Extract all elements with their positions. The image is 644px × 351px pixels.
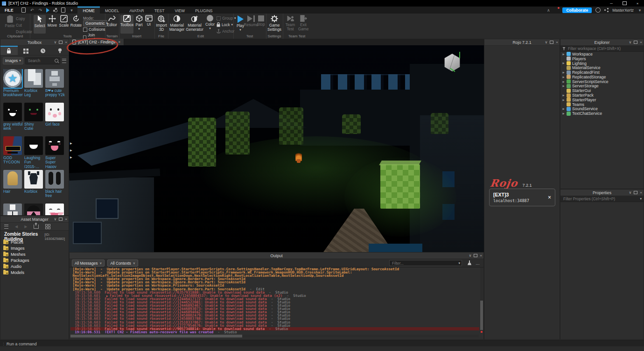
float-panel-icon[interactable] [634,191,637,194]
explorer-item-teams[interactable]: Teams [560,102,644,107]
redo-icon[interactable]: ↷ [38,8,42,13]
korblox-knight-thumbnail[interactable] [24,170,43,189]
clear-output-icon[interactable] [467,260,471,266]
inventory-tab[interactable] [18,46,35,55]
blonde-hair-thumbnail[interactable] [3,170,22,189]
close-window-button[interactable]: × [631,0,644,7]
explorer-item-starterpack[interactable]: ▶StarterPack [560,93,644,98]
scale-tool-button[interactable]: Scale [58,15,70,28]
toolbox-asset[interactable]: Korblox Leg [24,69,44,101]
explorer-item-materialservice[interactable]: MaterialService [560,65,644,70]
material-manager-button[interactable]: Material Manager [169,15,185,32]
white-figure-thumbnail[interactable] [3,204,22,215]
messages-filter-dropdown[interactable]: All Messages∨ [72,260,105,267]
new-file-icon[interactable] [21,7,26,13]
close-panel-icon[interactable]: × [640,190,642,195]
toolbox-search-input[interactable] [27,58,55,63]
rojo-panel-header[interactable]: Rojo 7.2.1 ∨ × [484,39,560,46]
output-log[interactable]: [Rojo-Warn] - Update properties on Start… [70,267,479,333]
menu-tab-model[interactable]: MODEL [100,7,124,14]
asset-manager-header[interactable]: Asset Manager ∨ × [0,216,69,223]
ui-button[interactable]: UI [144,15,154,27]
toolbox-asset[interactable]: black hair free [45,170,65,202]
document-tab[interactable]: [EXT] CH2 - Findings × [69,39,124,45]
menu-tab-test[interactable]: TEST [149,7,170,14]
menu-tab-view[interactable]: VIEW [169,7,190,14]
expand-arrow-icon[interactable]: ▶ [562,62,565,64]
nav-forward-icon[interactable]: ▶ [24,225,27,229]
copy-button[interactable]: Copy [16,16,25,21]
toolbox-search-box[interactable] [25,57,60,64]
output-filter-box[interactable]: ▾ [389,260,462,266]
float-panel-icon[interactable] [634,41,637,44]
grid-view-icon[interactable] [45,224,50,229]
god-tycoon-thumbnail[interactable] [3,136,22,155]
more-options-icon[interactable]: … [476,261,480,266]
viewport-3d-scene[interactable]: ▶▶▶ [69,45,484,252]
close-panel-icon[interactable]: × [65,217,67,221]
toolbox-asset[interactable]: GOD TYCOON [3,136,23,168]
team-test-button[interactable]: Team Test [284,15,296,31]
expand-arrow-icon[interactable]: ▶ [562,71,565,74]
explorer-item-serverstorage[interactable]: ▶ServerStorage [560,84,644,89]
recent-tab[interactable] [35,46,52,55]
expand-arrow-icon[interactable]: ▶ [562,80,565,83]
resume-button[interactable]: Resume [245,15,257,27]
chevron-down-icon[interactable]: ∨ [54,40,56,44]
toolbox-asset[interactable]: Korblox [24,170,44,202]
explorer-item-startergui[interactable]: StarterGui [560,88,644,93]
explorer-item-workspace[interactable]: ▶Workspace [560,52,644,56]
collisions-checkbox[interactable]: Collisions [83,27,105,32]
happy-face-thumbnail[interactable] [45,136,64,155]
exit-game-button[interactable]: Exit Game [297,15,309,31]
output-filter-input[interactable] [391,260,458,266]
chevron-down-icon[interactable]: ∨ [54,217,56,221]
shiny-face-thumbnail[interactable] [24,103,43,121]
stop-button[interactable]: Stop [257,15,265,27]
toolbox-asset[interactable] [3,204,23,215]
quick-access-dropdown-icon[interactable]: ▾ [69,8,74,13]
laugh-face-thumbnail[interactable] [24,136,43,155]
expand-arrow-icon[interactable]: ▶ [562,107,565,110]
close-panel-icon[interactable]: × [65,40,67,44]
toolbox-asset[interactable]: B❤● cute preppy Y2k [45,69,65,101]
float-panel-icon[interactable] [59,41,63,44]
float-panel-icon[interactable] [550,41,553,44]
chevron-down-icon[interactable]: ∨ [629,190,631,195]
girl-face-thumbnail[interactable] [45,103,64,121]
expand-arrow-icon[interactable]: ▶ [562,94,565,97]
explorer-item-players[interactable]: Players [560,56,644,61]
happy-face2-thumbnail[interactable] [45,204,64,215]
black-pigtails-thumbnail[interactable] [45,170,64,189]
toolbox-asset[interactable]: Laughing Fun (2015-… [24,136,44,168]
toolbox-asset[interactable] [24,204,44,215]
output-horizontal-scrollbar[interactable] [70,335,479,337]
rotate-tool-button[interactable]: Rotate [70,15,82,28]
collapse-ribbon-icon[interactable]: ∧ [546,8,551,13]
username-label[interactable]: MasterXertz [612,8,634,13]
chevron-down-icon[interactable]: ∨ [545,40,547,44]
creations-tab[interactable] [52,46,69,55]
open-place-icon[interactable] [61,7,65,13]
grey-avatar-thumbnail[interactable] [45,69,64,88]
expand-arrow-icon[interactable]: ▶ [562,76,565,78]
wink-face-thumbnail[interactable] [3,103,22,121]
file-menu[interactable]: FILE [0,7,18,14]
toolbox-asset[interactable]: Shiny Cutie [24,103,44,135]
menu-tab-avatar[interactable]: AVATAR [124,7,149,14]
screenshot-icon[interactable] [53,8,57,12]
explorer-filter-input[interactable] [567,46,642,51]
expand-arrow-icon[interactable]: ▶ [562,53,565,56]
pink-hair-thumbnail[interactable] [24,204,43,215]
toolbox-button[interactable]: Toolbox [120,15,133,34]
minimize-button[interactable]: ─ [605,0,618,7]
asset-folder-models[interactable]: Models [0,269,69,275]
explorer-item-serverscriptservice[interactable]: ▶ServerScriptService [560,79,644,84]
toolbox-asset[interactable]: grey wistful wink [3,103,23,135]
output-log-line[interactable]: 19:16:06.531 [EXT] CH2 - Findings auto-r… [70,330,479,333]
terrain-editor-button[interactable]: Editor [106,15,118,27]
move-tool-button[interactable]: Move [47,15,58,28]
white-leg-thumbnail[interactable] [24,69,43,88]
explorer-item-replicatedstorage[interactable]: ▶ReplicatedStorage [560,75,644,79]
maximize-button[interactable] [618,0,631,7]
